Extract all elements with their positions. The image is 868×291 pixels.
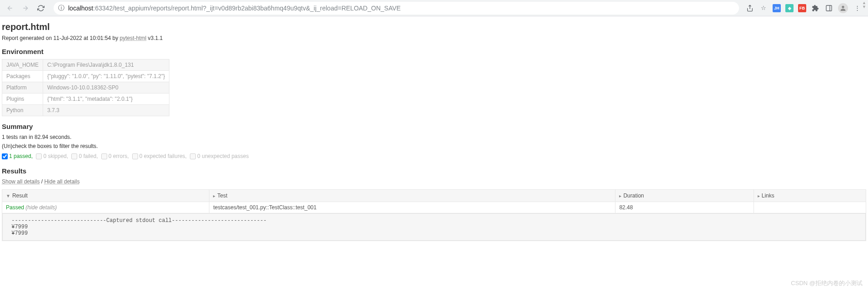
extension-fb-icon[interactable]: FB [798, 4, 806, 12]
page-content: report.html Report generated on 11-Jul-2… [0, 16, 868, 250]
generator-version: v3.1.1 [146, 35, 163, 41]
back-button[interactable] [4, 2, 16, 15]
extension-diamond-icon[interactable]: ◈ [785, 4, 794, 12]
filter-errors: 0 errors, [101, 153, 129, 159]
table-row: JAVA_HOMEC:\Program Files\Java\jdk1.8.0_… [2, 59, 169, 71]
filter-unexpected-passes-checkbox[interactable] [190, 153, 196, 159]
environment-table: JAVA_HOMEC:\Program Files\Java\jdk1.8.0_… [2, 59, 169, 116]
menu-dots-icon[interactable]: ⋮ [853, 4, 862, 13]
test-cell: testcases/test_001.py::TestClass::test_0… [209, 202, 615, 213]
generated-line: Report generated on 11-Jul-2022 at 10:01… [2, 35, 866, 41]
col-result-label: Result [12, 192, 28, 199]
col-links[interactable]: ▸Links [754, 189, 866, 202]
filter-expected-failures: 0 expected failures, [132, 153, 187, 159]
sort-icon: ▸ [619, 193, 621, 198]
env-key: Plugins [2, 94, 43, 105]
table-row: Packages{"pluggy": "1.0.0", "py": "1.11.… [2, 71, 169, 82]
duration-cell: 82.48 [615, 202, 754, 213]
side-panel-icon[interactable] [824, 4, 833, 13]
filter-passed-label: 1 passed, [9, 153, 33, 159]
col-test-label: Test [217, 192, 227, 199]
filter-unexpected-passes-label: 0 unexpected passes [197, 153, 248, 159]
tests-ran-line: 1 tests ran in 82.94 seconds. [2, 134, 866, 140]
stdout-cell: -----------------------------Captured st… [2, 213, 866, 241]
page-title: report.html [2, 22, 866, 32]
sort-icon: ▸ [758, 193, 760, 198]
env-key: Python [2, 105, 43, 116]
filter-failed-checkbox[interactable] [71, 153, 77, 159]
profile-avatar-icon[interactable] [838, 3, 848, 13]
filter-passed-checkbox[interactable] [2, 153, 8, 159]
filter-errors-label: 0 errors, [109, 153, 129, 159]
extension-jh-icon[interactable]: JH [773, 4, 781, 12]
bookmark-star-icon[interactable]: ☆ [759, 4, 768, 13]
result-cell: Passed (hide details) [2, 202, 209, 213]
filter-failed: 0 failed, [71, 153, 98, 159]
scrollbar-arrows[interactable]: ▲▼ [862, 1, 866, 9]
col-duration-label: Duration [623, 192, 644, 199]
col-links-label: Links [762, 192, 774, 199]
col-test[interactable]: ▸Test [209, 189, 615, 202]
share-icon[interactable] [745, 4, 754, 13]
filter-failed-label: 0 failed, [79, 153, 98, 159]
filter-expected-failures-checkbox[interactable] [132, 153, 138, 159]
env-key: Platform [2, 82, 43, 94]
sort-icon: ▸ [213, 193, 215, 198]
toolbar-right: ☆ JH ◈ FB ⋮ [745, 3, 864, 13]
filter-hint: (Un)check the boxes to filter the result… [2, 143, 866, 149]
svg-point-2 [842, 5, 844, 8]
col-duration[interactable]: ▸Duration [615, 189, 754, 202]
env-key: Packages [2, 71, 43, 82]
generated-prefix: Report generated on 11-Jul-2022 at 10:01… [2, 35, 120, 41]
scroll-down-icon[interactable]: ▼ [862, 5, 866, 9]
forward-button[interactable] [19, 2, 32, 15]
result-status: Passed [6, 204, 24, 211]
toggle-links: Show all details / Hide all details [2, 178, 866, 185]
hide-all-link[interactable]: Hide all details [44, 178, 79, 185]
url-text: localhost:63342/test_appium/reports/repo… [68, 5, 401, 12]
filter-skipped-checkbox[interactable] [36, 153, 42, 159]
env-value: C:\Program Files\Java\jdk1.8.0_131 [43, 59, 169, 71]
filter-row: 1 passed, 0 skipped, 0 failed, 0 errors,… [2, 153, 866, 161]
filter-skipped: 0 skipped, [36, 153, 68, 159]
stdout-box: -----------------------------Captured st… [2, 213, 866, 241]
env-key: JAVA_HOME [2, 59, 43, 71]
links-cell [754, 202, 866, 213]
filter-unexpected-passes: 0 unexpected passes [190, 153, 248, 159]
sort-desc-icon: ▼ [6, 193, 10, 198]
reload-button[interactable] [35, 2, 47, 15]
table-row: Python3.7.3 [2, 105, 169, 116]
col-result[interactable]: ▼Result [2, 189, 209, 202]
svg-rect-0 [826, 5, 832, 11]
environment-heading: Environment [2, 48, 866, 55]
summary-heading: Summary [2, 123, 866, 130]
table-row: Passed (hide details) testcases/test_001… [2, 202, 866, 213]
url-bar[interactable]: ⓘ localhost:63342/test_appium/reports/re… [54, 2, 739, 15]
filter-errors-checkbox[interactable] [101, 153, 107, 159]
filter-skipped-label: 0 skipped, [43, 153, 68, 159]
results-table: ▼Result ▸Test ▸Duration ▸Links Passed (h… [2, 189, 866, 241]
separator: / [40, 178, 44, 185]
site-info-icon[interactable]: ⓘ [58, 4, 64, 12]
show-all-link[interactable]: Show all details [2, 178, 40, 185]
env-value: {"pluggy": "1.0.0", "py": "1.11.0", "pyt… [43, 71, 169, 82]
env-value: {"html": "3.1.1", "metadata": "2.0.1"} [43, 94, 169, 105]
table-row: -----------------------------Captured st… [2, 213, 866, 241]
generator-link[interactable]: pytest-html [120, 35, 147, 41]
env-value: 3.7.3 [43, 105, 169, 116]
table-row: Plugins{"html": "3.1.1", "metadata": "2.… [2, 94, 169, 105]
browser-toolbar: ⓘ localhost:63342/test_appium/reports/re… [0, 0, 868, 16]
filter-passed: 1 passed, [2, 153, 33, 159]
results-heading: Results [2, 167, 866, 175]
extensions-puzzle-icon[interactable] [811, 4, 820, 13]
filter-expected-failures-label: 0 expected failures, [139, 153, 187, 159]
hide-details-link[interactable]: (hide details) [24, 204, 57, 211]
table-row: PlatformWindows-10-10.0.18362-SP0 [2, 82, 169, 94]
env-value: Windows-10-10.0.18362-SP0 [43, 82, 169, 94]
